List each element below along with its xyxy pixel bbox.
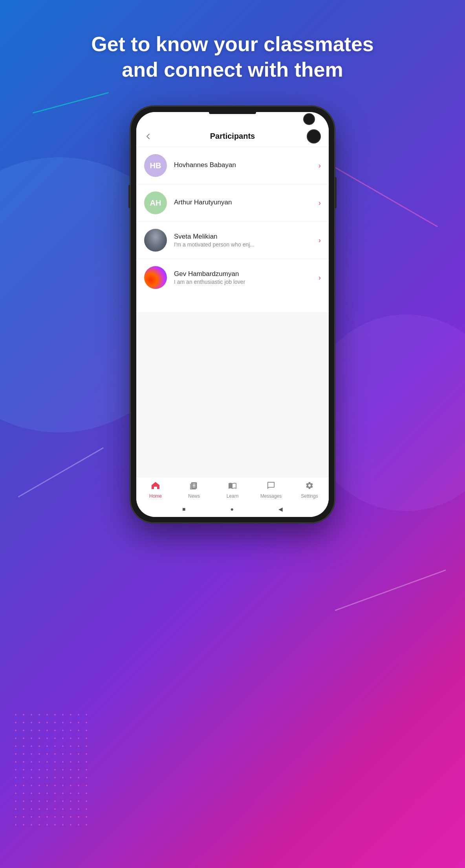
participant-item[interactable]: HB Hovhannes Babayan › <box>136 147 329 184</box>
header-camera-icon <box>307 129 321 143</box>
phone-mockup: Participants HB Hovhannes Babayan › <box>130 106 335 523</box>
chevron-right-icon: › <box>319 236 321 245</box>
participant-name: Hovhannes Babayan <box>174 161 315 169</box>
messages-icon <box>267 481 275 492</box>
participant-name: Arthur Harutyunyan <box>174 199 315 206</box>
nav-item-learn[interactable]: Learn <box>219 481 246 499</box>
chevron-right-icon: › <box>319 199 321 207</box>
back-button[interactable] <box>144 132 152 140</box>
participant-item[interactable]: AH Arthur Harutyunyan › <box>136 184 329 222</box>
participant-name: Gev Hambardzumyan <box>174 270 315 278</box>
phone-camera <box>303 113 315 125</box>
avatar <box>144 266 167 289</box>
app-header: Participants <box>136 112 329 147</box>
participant-info: Arthur Harutyunyan <box>174 199 315 207</box>
settings-icon <box>305 481 314 492</box>
nav-label-learn: Learn <box>227 493 239 499</box>
avatar-initials: AH <box>150 199 161 208</box>
nav-item-home[interactable]: Home <box>142 481 169 499</box>
participant-item[interactable]: Gev Hambardzumyan I am an enthusiastic j… <box>136 259 329 296</box>
nav-label-settings: Settings <box>301 493 318 499</box>
nav-label-messages: Messages <box>260 493 282 499</box>
news-icon <box>190 481 198 492</box>
android-square-btn[interactable]: ■ <box>182 506 185 512</box>
participants-list: HB Hovhannes Babayan › AH Arthur Harutyu… <box>136 147 329 312</box>
empty-content-area <box>136 312 329 477</box>
android-circle-btn[interactable]: ● <box>230 506 233 512</box>
phone-notch <box>209 111 256 114</box>
phone-screen: Participants HB Hovhannes Babayan › <box>136 112 329 517</box>
participant-info: Sveta Melikian I'm a motivated person wh… <box>174 233 315 248</box>
participant-info: Hovhannes Babayan <box>174 161 315 170</box>
nav-item-news[interactable]: News <box>180 481 208 499</box>
home-icon <box>151 481 160 492</box>
nav-item-settings[interactable]: Settings <box>296 481 323 499</box>
nav-label-home: Home <box>149 493 162 499</box>
participant-bio: I'm a motivated person who enj... <box>174 241 315 248</box>
phone-outer-frame: Participants HB Hovhannes Babayan › <box>130 106 335 523</box>
bottom-navigation: Home News <box>136 477 329 501</box>
chevron-right-icon: › <box>319 274 321 282</box>
participant-name: Sveta Melikian <box>174 233 315 241</box>
participant-bio: I am an enthusiastic job lover <box>174 279 315 285</box>
participant-info: Gev Hambardzumyan I am an enthusiastic j… <box>174 270 315 285</box>
avatar-initials: HB <box>150 161 161 170</box>
learn-icon <box>228 481 237 492</box>
screen-title: Participants <box>210 132 255 141</box>
nav-label-news: News <box>188 493 200 499</box>
android-back-btn[interactable]: ◀ <box>278 506 283 512</box>
participant-item[interactable]: Sveta Melikian I'm a motivated person wh… <box>136 222 329 259</box>
chevron-right-icon: › <box>319 162 321 170</box>
page-headline: Get to know your classmates and connect … <box>85 0 380 98</box>
nav-item-messages[interactable]: Messages <box>257 481 285 499</box>
android-nav-bar: ■ ● ◀ <box>136 501 329 517</box>
avatar: AH <box>144 191 167 214</box>
avatar: HB <box>144 154 167 177</box>
avatar <box>144 229 167 252</box>
